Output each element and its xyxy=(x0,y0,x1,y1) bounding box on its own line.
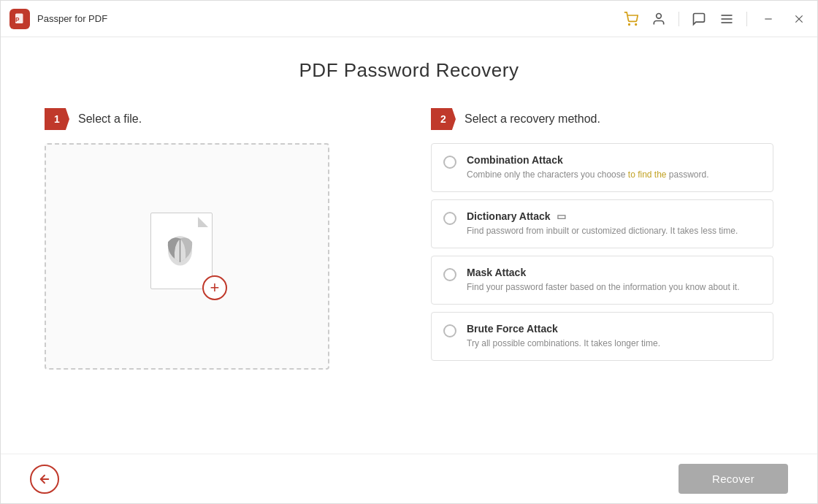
cart-icon[interactable] xyxy=(623,11,639,27)
dictionary-text: Dictionary Attack ▭ Find password from i… xyxy=(467,210,761,237)
two-column-layout: 1 Select a file. xyxy=(45,108,773,370)
right-panel: 2 Select a recovery method. Combination … xyxy=(431,108,773,370)
recovery-options-list: Combination Attack Combine only the char… xyxy=(431,143,773,361)
step2-header: 2 Select a recovery method. xyxy=(431,108,773,130)
main-content: PDF Password Recovery 1 Select a file. xyxy=(1,37,817,370)
svg-point-3 xyxy=(635,23,637,25)
separator xyxy=(679,12,679,26)
step1-badge: 1 xyxy=(45,108,69,130)
mask-desc: Find your password faster based on the i… xyxy=(467,280,761,294)
combination-attack-option[interactable]: Combination Attack Combine only the char… xyxy=(431,143,773,192)
brute-radio[interactable] xyxy=(443,324,456,337)
combination-highlight: to find the xyxy=(628,169,667,180)
close-button[interactable] xyxy=(790,9,809,28)
footer: Recover xyxy=(1,454,817,503)
pdf-acrobat-icon xyxy=(160,225,200,275)
minimize-button[interactable] xyxy=(759,9,778,28)
brute-title: Brute Force Attack xyxy=(467,323,761,335)
mask-title: Mask Attack xyxy=(467,267,761,278)
left-panel: 1 Select a file. xyxy=(45,108,387,370)
page-title: PDF Password Recovery xyxy=(45,59,773,82)
titlebar-actions xyxy=(623,9,809,28)
file-icon-wrapper: + xyxy=(147,209,227,304)
mask-text: Mask Attack Find your password faster ba… xyxy=(467,267,761,294)
separator2 xyxy=(746,12,747,26)
combination-title: Combination Attack xyxy=(467,154,761,166)
back-button[interactable] xyxy=(30,465,59,494)
app-title: Passper for PDF xyxy=(37,13,107,24)
menu-icon[interactable] xyxy=(719,11,735,27)
user-icon[interactable] xyxy=(651,11,667,27)
app-logo: P xyxy=(9,9,30,29)
dictionary-attack-option[interactable]: Dictionary Attack ▭ Find password from i… xyxy=(431,199,773,248)
brute-desc: Try all possible combinations. It takes … xyxy=(467,337,761,350)
titlebar: P Passper for PDF xyxy=(1,1,817,37)
brute-force-option[interactable]: Brute Force Attack Try all possible comb… xyxy=(431,312,773,361)
step2-label: Select a recovery method. xyxy=(465,112,600,126)
svg-point-2 xyxy=(629,23,630,25)
mask-radio[interactable] xyxy=(443,268,456,281)
dictionary-radio[interactable] xyxy=(443,212,456,225)
combination-text: Combination Attack Combine only the char… xyxy=(467,154,761,181)
dictionary-info-icon[interactable]: ▭ xyxy=(557,210,566,222)
step2-badge: 2 xyxy=(431,108,456,130)
step1-header: 1 Select a file. xyxy=(45,108,387,130)
svg-text:P: P xyxy=(15,16,20,23)
add-file-icon[interactable]: + xyxy=(202,275,227,300)
recover-button[interactable]: Recover xyxy=(679,464,788,494)
step1-number: 1 xyxy=(45,108,69,130)
chat-icon[interactable] xyxy=(691,11,707,27)
combination-radio[interactable] xyxy=(443,156,456,169)
step2-number: 2 xyxy=(431,108,456,130)
dictionary-title: Dictionary Attack ▭ xyxy=(467,210,761,222)
file-drop-zone[interactable]: + xyxy=(45,143,329,370)
combination-desc: Combine only the characters you choose t… xyxy=(467,168,761,181)
brute-text: Brute Force Attack Try all possible comb… xyxy=(467,323,761,350)
svg-point-4 xyxy=(657,13,662,18)
mask-attack-option[interactable]: Mask Attack Find your password faster ba… xyxy=(431,256,773,305)
step1-label: Select a file. xyxy=(78,112,142,126)
dictionary-desc: Find password from inbuilt or customized… xyxy=(467,224,761,237)
